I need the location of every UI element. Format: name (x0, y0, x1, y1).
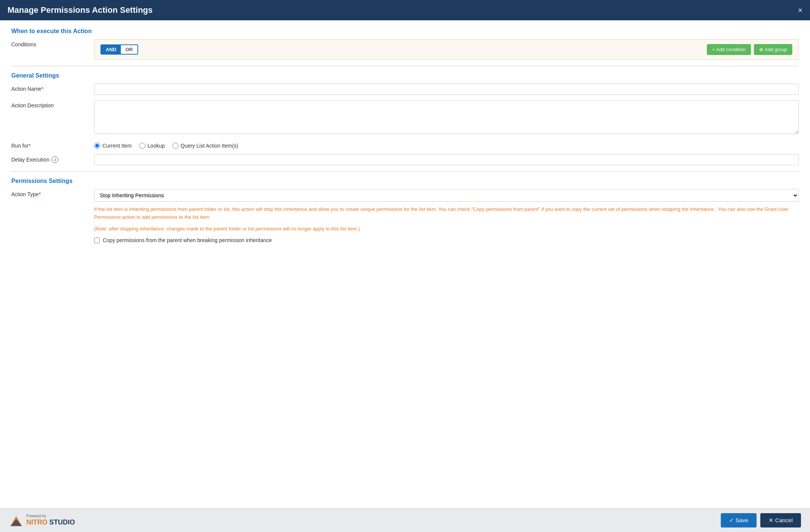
run-for-label: Run for* (11, 140, 94, 149)
action-name-label: Action Name* (11, 84, 94, 92)
powered-by-label: Powered by (26, 514, 75, 518)
conditions-label: Conditions (11, 39, 94, 47)
action-name-row: Action Name* (11, 84, 799, 95)
add-group-button[interactable]: ⊕ Add group (754, 44, 792, 55)
action-name-required: * (41, 86, 43, 92)
action-type-required: * (39, 191, 41, 197)
run-for-required: * (29, 143, 30, 149)
action-type-select[interactable]: Stop Inheriting Permissions Grant User P… (94, 189, 799, 202)
copy-permissions-label: Copy permissions from the parent when br… (103, 237, 272, 243)
when-section-title: When to execute this Action (11, 28, 799, 35)
save-button[interactable]: ✓ Save (721, 513, 757, 527)
action-description-row: Action Description (11, 100, 799, 135)
title-bar: Manage Permissions Action Settings × (0, 0, 810, 20)
action-type-note: (Note: after stopping inheritance, chang… (94, 225, 799, 233)
action-type-control: Stop Inheriting Permissions Grant User P… (94, 189, 799, 243)
and-or-toggle: AND OR (100, 44, 138, 55)
run-for-current-radio[interactable] (94, 143, 100, 149)
run-for-lookup[interactable]: Lookup (139, 143, 165, 149)
action-type-row: Action Type* Stop Inheriting Permissions… (11, 189, 799, 243)
run-for-control: Current Item Lookup Query List Action It… (94, 140, 799, 149)
nitro-logo-icon (9, 513, 23, 527)
nitro-label: NITRO (26, 518, 47, 526)
copy-permissions-checkbox[interactable] (94, 238, 100, 243)
permissions-section: Permissions Settings Action Type* Stop I… (11, 178, 799, 243)
run-for-query-radio[interactable] (172, 143, 178, 149)
logo-text-area: Powered by NITRO STUDIO (26, 514, 75, 527)
and-button[interactable]: AND (101, 45, 121, 54)
delay-execution-row: Delay Execution i (11, 154, 799, 165)
general-section: General Settings Action Name* Action Des… (11, 72, 799, 165)
delay-execution-input[interactable] (94, 154, 799, 165)
svg-marker-1 (11, 519, 22, 526)
run-for-radio-group: Current Item Lookup Query List Action It… (94, 140, 799, 149)
action-name-control (94, 84, 799, 95)
action-description-label: Action Description (11, 100, 94, 108)
footer-logo: Powered by NITRO STUDIO (9, 513, 75, 527)
studio-label: STUDIO (47, 518, 75, 526)
action-type-description: If the list item is inheriting permissio… (94, 206, 799, 221)
or-button[interactable]: OR (121, 45, 137, 54)
run-for-query-label: Query List Action Item(s) (181, 143, 238, 149)
delay-execution-control (94, 154, 799, 165)
when-section: When to execute this Action Conditions A… (11, 28, 799, 60)
divider-1 (11, 66, 799, 66)
conditions-actions: + Add condition ⊕ Add group (707, 44, 792, 55)
action-name-input[interactable] (94, 84, 799, 95)
run-for-query[interactable]: Query List Action Item(s) (172, 143, 238, 149)
dialog-title: Manage Permissions Action Settings (8, 5, 153, 15)
conditions-box: AND OR + Add condition ⊕ Add group (94, 39, 799, 60)
action-type-label: Action Type* (11, 189, 94, 197)
cancel-button[interactable]: ✕ Cancel (760, 513, 801, 527)
nitro-studio-label: NITRO STUDIO (26, 518, 75, 527)
run-for-row: Run for* Current Item Lookup Query List … (11, 140, 799, 149)
delay-info-icon: i (52, 156, 58, 163)
add-condition-button[interactable]: + Add condition (707, 44, 751, 55)
run-for-lookup-label: Lookup (148, 143, 165, 149)
action-description-input[interactable] (94, 100, 799, 134)
run-for-current-label: Current Item (102, 143, 132, 149)
footer-bar: Powered by NITRO STUDIO ✓ Save ✕ Cancel (0, 508, 810, 532)
conditions-control: AND OR + Add condition ⊕ Add group (94, 39, 799, 60)
divider-2 (11, 171, 799, 172)
action-description-control (94, 100, 799, 135)
general-section-title: General Settings (11, 72, 799, 79)
close-button[interactable]: × (798, 6, 802, 14)
copy-permissions-row: Copy permissions from the parent when br… (94, 237, 799, 243)
conditions-row: Conditions AND OR + Add condition ⊕ Add … (11, 39, 799, 60)
main-content: When to execute this Action Conditions A… (0, 20, 810, 508)
delay-execution-label: Delay Execution i (11, 154, 94, 163)
permissions-section-title: Permissions Settings (11, 178, 799, 184)
footer-buttons: ✓ Save ✕ Cancel (721, 513, 801, 527)
run-for-current-item[interactable]: Current Item (94, 143, 132, 149)
run-for-lookup-radio[interactable] (139, 143, 145, 149)
